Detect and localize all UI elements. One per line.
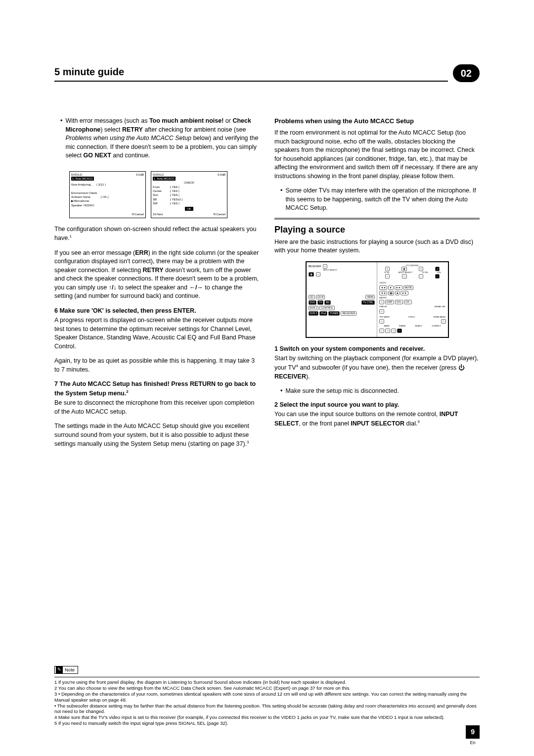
settings-summary-text: The settings made in the Auto MCACC Setu… <box>54 422 260 449</box>
step-7-header: 7 The Auto MCACC Setup has finished! Pre… <box>54 380 260 398</box>
quiet-note: Again, try to be as quiet as possible wh… <box>54 357 260 374</box>
power-icon <box>458 364 465 371</box>
page-header: 5 minute guide 02 <box>54 64 480 82</box>
step-2-body: You can use the input source buttons on … <box>274 410 480 428</box>
osd-screenshot-2: DVD/LD0.0dB 1. Auto MCACC CHECK Front[ Y… <box>151 171 227 218</box>
problems-body: If the room environment is not optimal f… <box>274 129 480 181</box>
note-label: ✎ Note <box>54 666 78 674</box>
mic-disconnected-text: Make sure the setup mic is disconnected. <box>285 387 399 396</box>
disconnect-mic-text: Be sure to disconnect the microphone fro… <box>54 399 260 416</box>
err-message-text: If you see an error message (ERR) in the… <box>54 249 260 301</box>
input-select-icon: ⌂ <box>323 264 327 269</box>
playing-source-header: Playing a source <box>274 218 480 236</box>
tv-interfere-text: Some older TVs may interfere with the op… <box>285 187 480 213</box>
bullet-error-messages: • With error messages (such as Too much … <box>60 117 260 166</box>
playing-source-intro: Here are the basic instructions for play… <box>274 238 480 255</box>
footnotes: ✎ Note 1 If you're using the front panel… <box>54 666 480 726</box>
footnote-2: 2 You can also choose to view the settin… <box>54 685 480 691</box>
bullet-mic-disconnected: • Make sure the setup mic is disconnecte… <box>280 387 480 396</box>
content-columns: • With error messages (such as Too much … <box>54 117 480 455</box>
divider <box>54 677 480 677</box>
bullet-tv-interfere: • Some older TVs may interfere with the … <box>280 187 480 213</box>
power-icon: ⏻ <box>309 272 314 277</box>
footnote-4: 4 Make sure that the TV's video input is… <box>54 714 480 720</box>
remote-control-diagram: RECEIVER ⌂ INPUT SELECT ⏻ ⌂ CDCD-RHDMI D… <box>306 261 449 338</box>
left-column: • With error messages (such as Too much … <box>54 117 260 455</box>
config-reflect-text: The configuration shown on-screen should… <box>54 225 260 243</box>
step-2-header: 2 Select the input source you want to pl… <box>274 401 480 410</box>
right-column: Problems when using the Auto MCACC Setup… <box>274 117 480 455</box>
bullet-dot-icon: • <box>280 187 282 213</box>
problems-header: Problems when using the Auto MCACC Setup <box>274 117 480 126</box>
step-1-body: Start by switching on the playback compo… <box>274 354 480 381</box>
page-number-value: 9 <box>466 725 480 739</box>
title-bar: 5 minute guide <box>54 65 448 82</box>
remote-left-half: RECEIVER ⌂ INPUT SELECT ⏻ ⌂ CDCD-RHDMI D… <box>307 262 378 337</box>
source-icon: ⌂ <box>316 272 320 277</box>
footnote-3: 3 • Depending on the characteristics of … <box>54 691 480 703</box>
footnote-1: 1 If you're using the front panel displa… <box>54 679 480 685</box>
remote-right-half: TV CONTROL + ⏻ + + TV ININPUT SELECTTV O… <box>377 262 448 337</box>
error-msg-text: With error messages (such as Too much am… <box>65 117 260 160</box>
footnote-3b: • The subwoofer distance setting may be … <box>54 703 480 715</box>
page-number: 9 En <box>466 725 480 746</box>
osd-screenshot-1: DVD/LD0.0dB 1. Auto MCACC Now Analyzing.… <box>69 171 146 218</box>
step-6-body: A progress report is displayed on-screen… <box>54 316 260 351</box>
step-1-header: 1 Switch on your system components and r… <box>274 345 480 354</box>
bullet-dot-icon: • <box>60 117 62 166</box>
step-6-header: 6 Make sure 'OK' is selected, then press… <box>54 307 260 316</box>
page-lang: En <box>466 740 480 746</box>
vol-minus-icon: − <box>435 274 440 279</box>
osd-screenshots: DVD/LD0.0dB 1. Auto MCACC Now Analyzing.… <box>69 171 260 218</box>
vol-plus-icon: + <box>435 267 440 271</box>
chapter-title: 5 minute guide <box>54 66 124 77</box>
bullet-dot-icon: • <box>280 387 282 396</box>
footnote-5: 5 If you need to manually switch the inp… <box>54 720 480 726</box>
chapter-number-badge: 02 <box>453 64 480 82</box>
note-icon: ✎ <box>56 666 63 673</box>
